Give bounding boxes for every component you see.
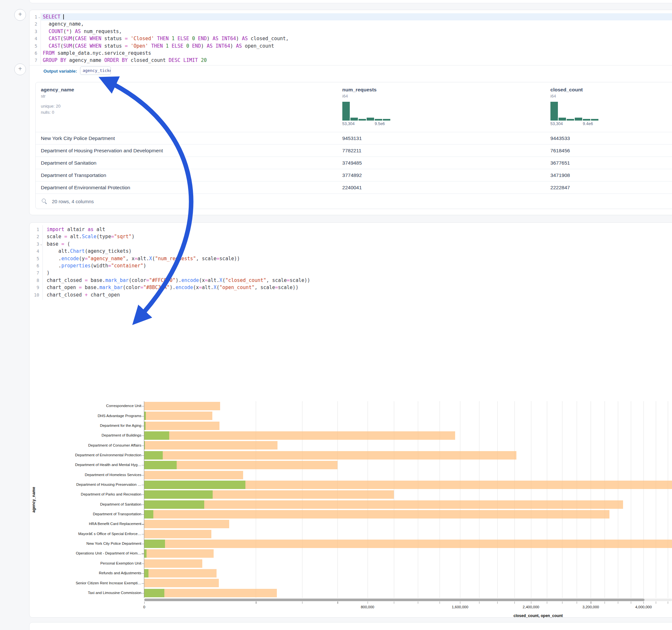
table-cell: 9453131 <box>337 136 545 141</box>
bar-closed[interactable] <box>144 402 220 410</box>
gridline <box>547 401 547 598</box>
y-axis-label: Department of Homeless Services <box>44 473 141 477</box>
code-line[interactable]: 2scale = alt.Scale(type="sqrt") <box>29 233 672 240</box>
y-axis-label: Department of Environmental Protection <box>44 453 141 457</box>
bar-closed[interactable] <box>144 549 214 558</box>
table-row[interactable]: Department of Environmental Protection22… <box>35 181 672 193</box>
code-line[interactable]: 10chart_closed + chart_open <box>29 291 672 298</box>
add-cell-button-output[interactable]: + <box>14 64 26 75</box>
x-axis-tick <box>337 602 338 604</box>
y-axis-tick <box>142 583 144 584</box>
table-cell: 3471908 <box>545 172 672 178</box>
code-line[interactable]: 7) <box>29 269 672 276</box>
sql-editor[interactable]: 1⌄SELECT 2 agency_name,3 COUNT(*) AS num… <box>29 13 672 64</box>
bar-open[interactable] <box>144 589 164 597</box>
add-cell-button-top[interactable]: + <box>14 9 26 21</box>
y-axis-label: Department of Buildings <box>44 433 141 437</box>
bar-closed[interactable] <box>144 510 609 518</box>
code-line[interactable]: 8chart_closed = base.mark_bar(color="#FF… <box>29 277 672 284</box>
bar-closed[interactable] <box>144 500 623 509</box>
bar-closed[interactable] <box>144 412 212 420</box>
sql-cell: 1⌄SELECT 2 agency_name,3 COUNT(*) AS num… <box>29 10 672 215</box>
line-number: 9 <box>31 284 39 291</box>
bar-open[interactable] <box>144 412 146 420</box>
code-line[interactable]: 6FROM sample_data.nyc.service_requests <box>29 50 672 57</box>
table-cell: 2222847 <box>545 185 672 191</box>
gridline <box>479 401 479 598</box>
bar-closed[interactable] <box>144 559 202 568</box>
code-line[interactable]: 9chart_open = base.mark_bar(color="#8BC3… <box>29 284 672 291</box>
gridline <box>644 401 644 598</box>
code-line[interactable]: 3⌄base = ( <box>29 240 672 248</box>
code-line[interactable]: 1import altair as alt <box>29 226 672 233</box>
gridline <box>631 401 631 598</box>
code-line[interactable]: 5 CAST(SUM(CASE WHEN status = 'Open' THE… <box>29 43 672 50</box>
y-axis-label: Department of Parks and Recreation <box>44 492 141 496</box>
table-row[interactable]: Department of Sanitation37494853677651 <box>35 156 672 169</box>
y-axis-tick <box>142 505 144 505</box>
y-axis-tick <box>142 514 144 515</box>
bar-open[interactable] <box>144 431 169 440</box>
bar-closed[interactable] <box>144 451 517 460</box>
bar-open[interactable] <box>144 451 163 460</box>
line-number: 7 <box>31 269 39 276</box>
y-axis-title: agency_name <box>31 487 36 512</box>
bar-open[interactable] <box>144 490 213 499</box>
bar-open[interactable] <box>144 510 153 518</box>
bar-closed[interactable] <box>144 471 243 479</box>
y-axis-tick <box>142 475 144 476</box>
code-line[interactable]: 2 agency_name, <box>29 20 672 28</box>
column-header-closed_count[interactable]: closed_counti6453,3049.4e6 <box>545 82 672 132</box>
next-cell-fragment <box>29 622 672 630</box>
bar-open[interactable] <box>144 569 148 578</box>
bar-closed[interactable] <box>144 421 219 430</box>
code-line[interactable]: 4 alt.Chart(agency_tickets) <box>29 248 672 255</box>
code-line[interactable]: 3 COUNT(*) AS num_requests, <box>29 28 672 35</box>
code-line[interactable]: 7GROUP BY agency_name ORDER BY closed_co… <box>29 57 672 64</box>
bar-closed[interactable] <box>144 539 672 548</box>
bar-closed[interactable] <box>144 530 211 538</box>
output-variable-pill[interactable]: agency_tickets <box>80 67 111 75</box>
bar-closed[interactable] <box>144 431 455 440</box>
bar-open[interactable] <box>144 461 177 469</box>
line-number: 2 <box>31 233 39 240</box>
bar-open[interactable] <box>144 539 165 548</box>
y-axis-label: Department of Sanitation <box>44 502 141 506</box>
bar-open[interactable] <box>144 500 204 509</box>
column-type: i64 <box>342 94 545 98</box>
y-axis-label: Operations Unit - Department of Hom… <box>44 551 141 555</box>
fold-chevron-icon[interactable]: ⌄ <box>38 13 40 20</box>
bar-open[interactable] <box>144 421 146 430</box>
code-line[interactable]: 5 .encode(y="agency_name", x=alt.X("num_… <box>29 255 672 262</box>
y-axis-tick <box>142 544 144 544</box>
chart-scrollbar-thumb[interactable] <box>144 599 644 601</box>
bar-closed[interactable] <box>144 569 217 578</box>
bar-open[interactable] <box>144 441 145 450</box>
search-icon[interactable] <box>42 198 47 204</box>
fold-chevron-icon[interactable]: ⌄ <box>40 240 42 248</box>
x-axis-tick <box>418 602 418 604</box>
bar-closed[interactable] <box>144 441 278 450</box>
y-axis-label: Personal Exemption Unit <box>44 561 141 565</box>
gridline <box>591 401 591 598</box>
bar-closed[interactable] <box>144 520 229 528</box>
x-axis-tick <box>514 602 515 604</box>
x-axis-tick <box>562 602 562 604</box>
column-header-num_requests[interactable]: num_requestsi6453,3049.5e6 <box>337 82 545 132</box>
column-type: str <box>41 94 337 98</box>
table-row[interactable]: Department of Transportation377489234719… <box>35 169 672 181</box>
column-header-agency_name[interactable]: agency_namestrunique: 20nulls: 0 <box>35 82 337 132</box>
x-axis-tick <box>644 602 644 604</box>
table-cell: 3677651 <box>545 160 672 166</box>
table-row[interactable]: Department of Housing Preservation and D… <box>35 144 672 156</box>
table-header: agency_namestrunique: 20nulls: 0num_requ… <box>35 82 672 132</box>
table-row[interactable]: New York City Police Department945313194… <box>35 132 672 144</box>
code-line[interactable]: 1⌄SELECT <box>29 13 672 20</box>
python-editor[interactable]: 1import altair as alt2scale = alt.Scale(… <box>29 226 672 298</box>
code-line[interactable]: 6 .properties(width="container") <box>29 262 672 269</box>
bar-open[interactable] <box>144 549 146 558</box>
code-line[interactable]: 4 CAST(SUM(CASE WHEN status = 'Closed' T… <box>29 35 672 42</box>
bar-open[interactable] <box>144 481 245 489</box>
line-number: 4 <box>29 35 37 42</box>
bar-closed[interactable] <box>144 579 219 587</box>
